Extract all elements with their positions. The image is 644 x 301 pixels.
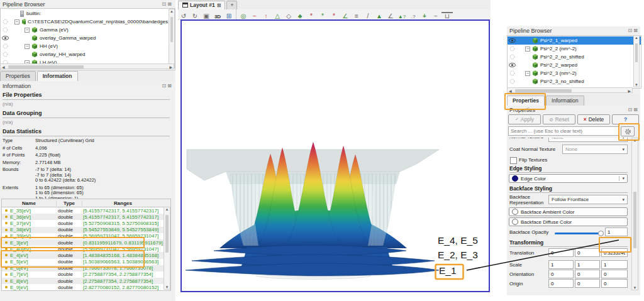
edge-color-button[interactable]: Edge Color ▾ bbox=[509, 174, 628, 183]
help-button[interactable]: ? bbox=[612, 114, 639, 124]
search-options-gear-button[interactable] bbox=[621, 126, 635, 136]
tab-information[interactable]: Information bbox=[37, 71, 78, 81]
eye-hidden-icon[interactable] bbox=[3, 19, 8, 25]
delete-button[interactable]: ×Delete bbox=[577, 114, 610, 124]
left-pipeline-titlebar: Pipeline Browser ⊡⊠ bbox=[0, 0, 174, 8]
table-row[interactable]: E_37[eV]double[5.52750908315, 5.52750908… bbox=[2, 220, 170, 226]
scale-label: Scale bbox=[509, 262, 522, 268]
translation-x[interactable] bbox=[548, 248, 574, 257]
table-row[interactable]: E_6[eV]double[1.7666735078, 1.7666735078… bbox=[2, 265, 170, 271]
orientation-y[interactable] bbox=[575, 270, 600, 278]
backface-representation-dropdown[interactable]: Follow Frontface▾ bbox=[548, 195, 628, 204]
pipeline-item[interactable]: − Psi^2_3 (nm^-2) bbox=[508, 69, 641, 77]
horizontal-scrollbar[interactable]: ◀▶ bbox=[0, 63, 174, 69]
right-dock-tabs: Properties Information bbox=[507, 94, 640, 106]
delete-trash-button[interactable]: ⊔ bbox=[441, 12, 453, 19]
collapse-toggle[interactable]: − bbox=[525, 47, 530, 52]
table-row[interactable]: E_7[eV]double[2.2758877354, 2.2758877354… bbox=[2, 271, 170, 278]
eye-visible-icon[interactable] bbox=[509, 62, 516, 68]
float-icon[interactable]: ⊡ bbox=[162, 84, 167, 89]
eye-hidden-icon[interactable] bbox=[509, 46, 515, 52]
pipeline-item[interactable]: − HH (eV) bbox=[1, 42, 175, 50]
vertical-scrollbar[interactable]: ▲▼ bbox=[633, 35, 640, 87]
origin-y[interactable] bbox=[575, 279, 600, 288]
eye-hidden-icon[interactable] bbox=[509, 70, 515, 76]
table-row[interactable]: E_39[eV]double[5.56959731047, 5.56959731… bbox=[2, 233, 170, 239]
eye-hidden-icon[interactable] bbox=[3, 52, 8, 57]
flip-textures-checkbox[interactable] bbox=[510, 157, 517, 164]
table-row[interactable]: E_38[eV]double[5.54527553849, 5.54527553… bbox=[2, 227, 170, 233]
scale-y[interactable] bbox=[575, 260, 600, 269]
table-row[interactable]: E_36[eV]double[5.41557742317, 5.41557742… bbox=[2, 214, 170, 220]
close-tab-icon[interactable]: ⊠ bbox=[217, 3, 221, 8]
vertical-scrollbar[interactable]: ▲▼ bbox=[164, 207, 170, 290]
tab-information[interactable]: Information bbox=[546, 96, 584, 106]
close-icon[interactable]: ⊠ bbox=[167, 84, 172, 89]
vertical-scrollbar[interactable]: ▲▼ bbox=[631, 138, 638, 290]
collapse-toggle[interactable]: − bbox=[525, 71, 530, 76]
tab-properties[interactable]: Properties bbox=[507, 96, 545, 106]
pipeline-item-selected[interactable]: Psi^2_1_warped bbox=[508, 36, 641, 45]
backface-ambient-color-button[interactable]: Backface Ambient Color bbox=[509, 207, 628, 216]
collapse-toggle[interactable]: − bbox=[14, 19, 19, 25]
scale-x[interactable] bbox=[548, 260, 574, 269]
eye-hidden-icon[interactable] bbox=[509, 79, 515, 84]
translation-y[interactable] bbox=[575, 248, 600, 257]
close-icon[interactable]: ⊠ bbox=[633, 28, 638, 33]
scale-z[interactable] bbox=[601, 260, 628, 269]
pipeline-item[interactable]: Psi^2_2_no_shifted bbox=[508, 53, 641, 61]
close-icon[interactable]: ⊠ bbox=[633, 107, 638, 112]
pipeline-item[interactable]: − C:\TESTCASE\2DQuantumCorral_nnp\bias_0… bbox=[1, 18, 175, 26]
eye-visible-icon[interactable] bbox=[509, 38, 516, 43]
close-icon[interactable]: ⊠ bbox=[167, 2, 172, 7]
cube-icon bbox=[31, 43, 38, 50]
pipeline-item[interactable]: overlay_Gamma_warped bbox=[1, 34, 175, 42]
eye-hidden-icon[interactable] bbox=[3, 27, 8, 33]
backface-diffuse-color-button[interactable]: Backface Diffuse Color bbox=[509, 217, 628, 226]
pipeline-item[interactable]: Psi^2_2_warped bbox=[508, 61, 641, 69]
eye-hidden-icon[interactable] bbox=[3, 43, 8, 49]
render-view[interactable]: E_4, E_5 E_2, E_3 E_1 bbox=[180, 19, 490, 292]
coat-normal-texture-dropdown[interactable]: None▾ bbox=[562, 145, 628, 154]
table-header[interactable]: Name Type Ranges bbox=[2, 199, 170, 207]
pipeline-item[interactable]: Psi^2_3_no_shifted bbox=[508, 77, 641, 85]
table-row[interactable]: E_3[eV]double[0.831195911679, 0.83119591… bbox=[2, 239, 170, 246]
reset-button[interactable]: ⊘Reset bbox=[543, 114, 575, 124]
float-icon[interactable]: ⊡ bbox=[628, 28, 633, 33]
origin-x[interactable] bbox=[548, 279, 574, 288]
float-icon[interactable]: ⊡ bbox=[162, 2, 167, 7]
eye-visible-icon[interactable] bbox=[2, 35, 9, 41]
collapse-toggle[interactable]: − bbox=[25, 44, 30, 49]
backface-opacity-slider[interactable] bbox=[555, 233, 601, 234]
horizontal-scrollbar[interactable]: ◀▶ bbox=[507, 87, 633, 93]
tab-layout-1[interactable]: Layout #1 ⊠ bbox=[178, 1, 225, 9]
search-input[interactable] bbox=[508, 126, 619, 136]
apply-button[interactable]: ✓Apply bbox=[508, 114, 541, 124]
table-row[interactable]: E_35[eV]double[5.41557742317, 5.41557742… bbox=[2, 207, 170, 214]
pipeline-item[interactable]: − Gamma (eV) bbox=[1, 26, 175, 34]
collapse-toggle[interactable]: − bbox=[25, 28, 30, 33]
pipeline-item[interactable]: overlay_HH_warped bbox=[1, 50, 175, 58]
vertical-scrollbar[interactable]: ▲▼ bbox=[169, 9, 175, 68]
gear-icon bbox=[625, 128, 631, 135]
add-layout-tab[interactable]: + bbox=[226, 1, 237, 9]
backface-opacity-value[interactable] bbox=[605, 227, 628, 236]
orientation-z[interactable] bbox=[601, 270, 628, 278]
table-row[interactable]: E_8[eV]double[2.2758877354, 2.2758877354… bbox=[2, 278, 170, 284]
scene-3d: E_4, E_5 E_2, E_3 E_1 bbox=[182, 21, 489, 291]
orientation-x[interactable] bbox=[548, 270, 574, 278]
float-icon[interactable]: ⊡ bbox=[628, 107, 633, 112]
eye-hidden-icon[interactable] bbox=[509, 54, 515, 60]
pipeline-item-label: Psi^2_3 (nm^-2) bbox=[540, 70, 577, 76]
tab-properties[interactable]: Properties bbox=[0, 71, 36, 81]
table-row[interactable]: E_5[eV]double[1.50389066563, 1.503890665… bbox=[2, 259, 170, 265]
table-row[interactable]: E_4[eV]double[1.48384835168, 1.483848351… bbox=[2, 252, 170, 258]
origin-z[interactable] bbox=[601, 279, 628, 288]
pipeline-item[interactable]: builtin: bbox=[1, 9, 175, 18]
pipeline-item[interactable]: − Psi^2_2 (nm^-2) bbox=[508, 45, 641, 53]
translation-z[interactable] bbox=[601, 248, 628, 257]
table-row[interactable]: E_40[eV]double[5.56959731047, 5.56959731… bbox=[2, 246, 170, 252]
layout-tabbar: Layout #1 ⊠ + bbox=[178, 0, 491, 9]
table-row[interactable]: E_9[eV]double[2.82770080152, 2.827700801… bbox=[2, 284, 170, 290]
normal-texture-dropdown[interactable]: None▾ bbox=[548, 138, 628, 142]
